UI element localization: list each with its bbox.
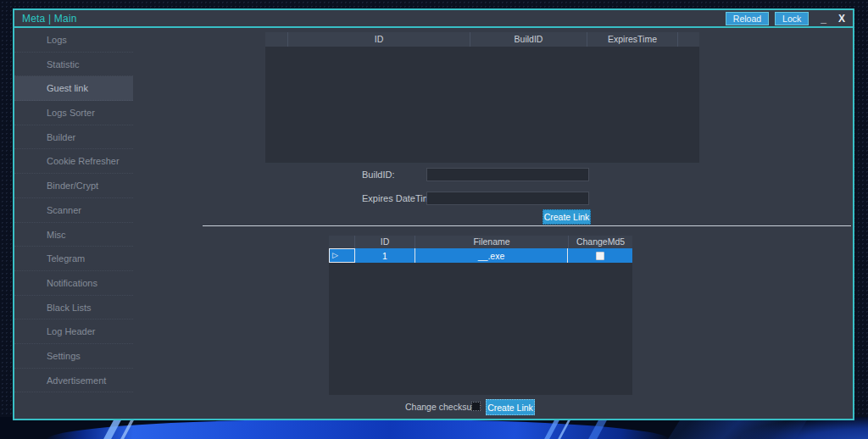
sidebar-item-advertisement[interactable]: Advertisement — [14, 369, 133, 393]
sidebar-item-misc[interactable]: Misc — [14, 223, 133, 247]
change-checksum-checkbox[interactable] — [471, 402, 481, 411]
column-header-buildid[interactable]: BuildID — [470, 32, 587, 47]
column-header-filename[interactable]: Filename — [415, 236, 569, 248]
row-selector-header — [329, 236, 355, 248]
column-header-id[interactable]: ID — [355, 236, 415, 248]
create-link-button-bottom[interactable]: Create Link — [486, 399, 535, 415]
files-grid[interactable]: ID Filename ChangeMd5 ▷ 1 __.exe — [329, 236, 632, 395]
table-row[interactable]: ▷ 1 __.exe — [329, 248, 632, 263]
row-selector-header — [265, 32, 288, 47]
column-header-changemd5[interactable]: ChangeMd5 — [569, 236, 632, 248]
sidebar-item-black-lists[interactable]: Black Lists — [14, 296, 133, 320]
sidebar-item-log-header[interactable]: Log Header — [14, 320, 133, 344]
lock-button[interactable]: Lock — [775, 12, 809, 25]
wallpaper-ribbon — [47, 420, 670, 439]
changemd5-checkbox[interactable] — [596, 252, 604, 260]
sidebar-item-builder[interactable]: Builder — [14, 125, 133, 150]
minimize-button[interactable]: _ — [821, 13, 826, 25]
create-link-button-top[interactable]: Create Link — [542, 209, 591, 225]
column-header-filler — [678, 32, 699, 47]
row-selector-cell[interactable]: ▷ — [329, 248, 355, 263]
buildid-label: BuildID: — [362, 169, 395, 180]
sidebar-item-statistic[interactable]: Statistic — [14, 53, 133, 77]
titlebar[interactable]: Meta | Main Reload Lock _ X — [14, 10, 853, 28]
guest-links-grid[interactable]: ID BuildID ExpiresTime — [265, 32, 699, 163]
sidebar-item-logs[interactable]: Logs — [14, 28, 133, 53]
sidebar-item-notifications[interactable]: Notifications — [14, 271, 133, 296]
column-header-expirestime[interactable]: ExpiresTime — [587, 32, 678, 47]
row-indicator-icon: ▷ — [332, 252, 338, 259]
cell-changemd5[interactable] — [568, 248, 632, 263]
sidebar-item-scanner[interactable]: Scanner — [14, 198, 133, 223]
reload-button[interactable]: Reload — [726, 12, 769, 25]
window-body: Logs Statistic Guest link Logs Sorter Bu… — [14, 28, 853, 417]
sidebar-item-settings[interactable]: Settings — [14, 344, 133, 369]
expires-datetime-input[interactable] — [426, 192, 589, 205]
sidebar: Logs Statistic Guest link Logs Sorter Bu… — [14, 28, 133, 417]
buildid-input[interactable] — [426, 168, 589, 181]
cell-id[interactable]: 1 — [355, 248, 415, 263]
sidebar-item-binder-crypt[interactable]: Binder/Crypt — [14, 174, 133, 198]
window-title: Meta | Main — [22, 13, 77, 25]
close-button[interactable]: X — [838, 13, 845, 25]
column-header-id[interactable]: ID — [288, 32, 470, 47]
app-window: Meta | Main Reload Lock _ X Logs Statist… — [13, 8, 854, 420]
files-grid-header: ID Filename ChangeMd5 — [329, 236, 632, 248]
sidebar-item-logs-sorter[interactable]: Logs Sorter — [14, 101, 133, 125]
section-divider — [203, 225, 851, 226]
cell-filename[interactable]: __.exe — [415, 248, 568, 263]
sidebar-item-guest-link[interactable]: Guest link — [14, 76, 133, 101]
change-checksum-label: Change checksum: — [405, 402, 481, 412]
guest-links-grid-header: ID BuildID ExpiresTime — [265, 32, 699, 47]
sidebar-item-telegram[interactable]: Telegram — [14, 247, 133, 271]
sidebar-item-cookie-refresher[interactable]: Cookie Refresher — [14, 149, 133, 174]
